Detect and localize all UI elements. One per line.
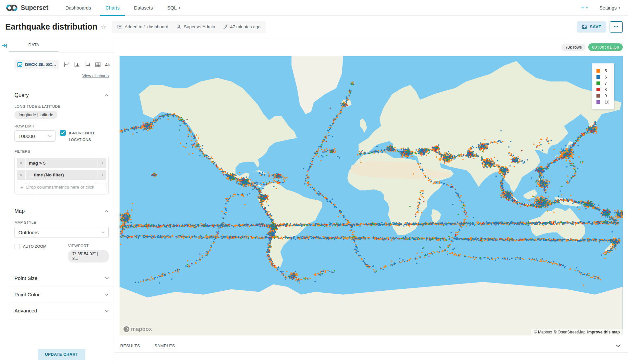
legend-swatch [596, 69, 600, 73]
bar-chart-icon[interactable] [74, 62, 80, 67]
legend-swatch [596, 94, 600, 98]
map-section-header[interactable]: Map [9, 202, 114, 220]
viz-type-label: DECK.GL SC... [25, 62, 56, 67]
collapse-panel-icon[interactable] [2, 43, 7, 364]
expand-filter-icon[interactable]: › [98, 170, 106, 179]
row-limit-select[interactable]: 100000 [14, 130, 56, 142]
chevron-up-icon [105, 94, 109, 97]
query-timer-badge: 00:00:01.50 [588, 43, 623, 51]
viz-type-shortcuts: 4k [63, 62, 114, 68]
viewport-group: VIEWPORT 7° 35' 54.02" | 3... [68, 244, 109, 262]
section-point-size[interactable]: Point Size [9, 270, 114, 286]
chart-metadata: Added to 1 dashboard Superset Admin 47 m… [112, 21, 266, 33]
panel-body: DECK.GL SC... [9, 53, 114, 364]
chevron-down-icon [48, 135, 52, 137]
dashboards-info[interactable]: Added to 1 dashboard [117, 24, 168, 30]
improve-map-link[interactable]: Improve this map [587, 330, 620, 334]
remove-filter-icon[interactable]: × [17, 170, 26, 180]
owner-info[interactable]: Superset Admin [176, 24, 215, 30]
brand-name: Superset [21, 4, 48, 11]
update-chart-button[interactable]: UPDATE CHART [38, 349, 85, 360]
row-count-badge: 73k rows [561, 44, 586, 51]
panel-collapse-rail [0, 38, 9, 364]
area-chart-icon[interactable] [84, 62, 91, 67]
row-limit-label: ROW LIMIT [14, 124, 56, 128]
collapse-results-chevron-icon[interactable] [616, 344, 622, 347]
legend-item: 10 [596, 100, 609, 104]
settings-menu[interactable]: Settings ▾ [599, 5, 620, 11]
chevron-down-icon [105, 277, 109, 279]
table-icon[interactable] [95, 62, 101, 67]
mapbox-logo-icon [123, 326, 129, 332]
top-navbar: Superset Dashboards Charts Datasets SQL … [0, 0, 628, 16]
superset-logo[interactable]: Superset [6, 4, 48, 12]
filter-item[interactable]: × __time (No filter) › [17, 170, 106, 180]
tab-data[interactable]: DATA [9, 38, 58, 52]
filter-item[interactable]: × mag > 5 › [17, 158, 106, 168]
nav-item-sql[interactable]: SQL ▾ [162, 0, 186, 16]
legend-swatch [596, 75, 600, 79]
deckgl-map[interactable]: 5 6 7 8 9 10 mapbo [120, 56, 623, 335]
viz-type-selected[interactable]: DECK.GL SC... [14, 60, 59, 69]
map-style-select[interactable]: Outdoors [14, 227, 109, 238]
tab-samples[interactable]: SAMPLES [154, 344, 175, 348]
main-menu: Dashboards Charts Datasets SQL ▾ [58, 0, 188, 16]
expand-filter-icon[interactable]: › [98, 158, 106, 168]
superset-logo-icon [6, 4, 18, 12]
legend-swatch [596, 88, 600, 91]
nav-item-charts[interactable]: Charts [100, 0, 125, 16]
ignore-null-checkbox-row[interactable]: IGNORE NULL LOCATIONS [60, 124, 109, 143]
legend-item: 5 [596, 68, 609, 73]
lonlat-value-pill[interactable]: longitude | latitude [14, 111, 57, 119]
chart-status-row: 73k rows 00:00:01.50 [120, 38, 623, 56]
new-item-button[interactable]: + ▾ [581, 5, 588, 11]
save-button[interactable]: SAVE [577, 21, 606, 33]
last-modified-info[interactable]: 47 minutes ago [223, 24, 260, 29]
explore-control-panel: DATA DECK.GL SC... [9, 38, 114, 364]
viewport-label: VIEWPORT [68, 244, 109, 248]
map-attribution: © Mapbox © OpenStreetMap Improve this ma… [531, 329, 623, 335]
mapbox-attribution-link[interactable]: © Mapbox [534, 330, 552, 334]
mapbox-logo[interactable]: mapbox [123, 326, 152, 332]
view-all-charts-link[interactable]: View all charts [82, 74, 109, 78]
section-point-color[interactable]: Point Color [9, 286, 114, 303]
nav-item-dashboards[interactable]: Dashboards [60, 0, 96, 16]
map-style-label: MAP STYLE [14, 220, 109, 224]
more-actions-button[interactable]: ••• [610, 21, 623, 33]
chevron-down-icon [105, 310, 109, 312]
nav-item-datasets[interactable]: Datasets [129, 0, 158, 16]
favorite-star-icon[interactable]: ☆ [101, 23, 107, 31]
viz-selected-checkbox-icon [17, 62, 22, 67]
chart-header: Earthquake distribution ☆ Added to 1 das… [0, 16, 628, 38]
caret-down-icon: ▾ [179, 6, 180, 10]
remove-filter-icon[interactable]: × [17, 158, 26, 168]
chevron-up-icon [105, 210, 109, 213]
auto-zoom-checkbox-row[interactable]: AUTO ZOOM [14, 244, 63, 262]
caret-down-icon: ▾ [618, 6, 620, 10]
line-chart-icon[interactable] [63, 62, 70, 67]
query-section-header[interactable]: Query [9, 86, 114, 104]
panel-footer: UPDATE CHART [9, 349, 114, 360]
filter-drop-zone[interactable]: + Drop columns/metrics here or click [17, 182, 106, 192]
plus-icon: + [581, 5, 585, 11]
main-content: DATA DECK.GL SC... [0, 38, 628, 364]
magnitude-legend: 5 6 7 8 9 10 [592, 63, 614, 109]
tab-results[interactable]: RESULTS [120, 344, 140, 348]
dashboard-icon [117, 24, 123, 30]
auto-zoom-checkbox[interactable] [14, 244, 20, 249]
auto-zoom-label: AUTO ZOOM [23, 244, 46, 262]
viz-type-row: DECK.GL SC... [14, 60, 109, 69]
lonlat-label: LONGITUDE & LATITUDE [14, 104, 109, 108]
osm-attribution-link[interactable]: © OpenStreetMap [554, 330, 586, 334]
viewport-value-pill[interactable]: 7° 35' 54.02" | 3... [68, 250, 109, 262]
viz-more-count[interactable]: 4k [105, 62, 110, 67]
chart-title: Earthquake distribution [5, 22, 98, 32]
section-advanced[interactable]: Advanced [9, 303, 114, 319]
caret-down-icon: ▾ [586, 6, 588, 10]
world-map-canvas[interactable] [120, 56, 623, 335]
header-actions: SAVE ••• [577, 21, 623, 33]
results-samples-bar: RESULTS SAMPLES [114, 339, 628, 353]
query-section: Query LONGITUDE & LATITUDE longitude | l… [9, 86, 114, 202]
ignore-null-checkbox[interactable] [60, 130, 66, 136]
legend-item: 8 [596, 87, 609, 92]
